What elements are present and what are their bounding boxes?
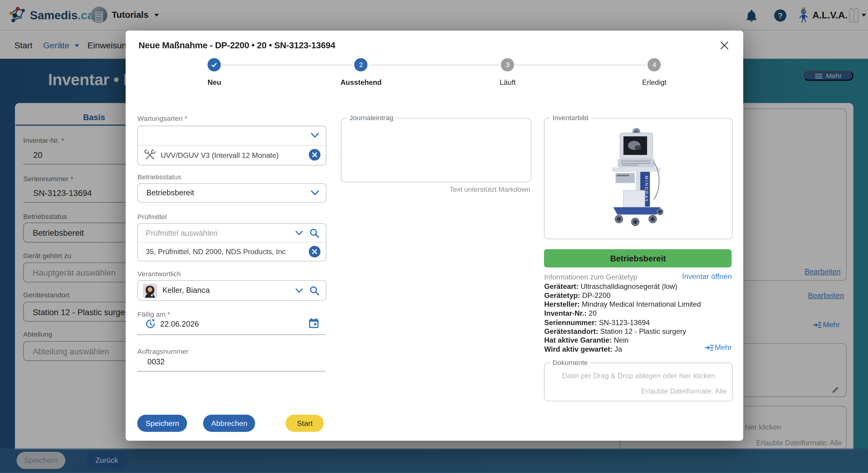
step-3-circle[interactable]: 3 bbox=[501, 58, 515, 71]
step-number: 4 bbox=[652, 61, 656, 69]
chevron-down-icon[interactable] bbox=[311, 133, 319, 138]
betriebsstatus-value: Betriebsbereit bbox=[146, 188, 194, 197]
update-clock-icon bbox=[146, 319, 156, 329]
journal-label: Journaleintrag bbox=[347, 114, 396, 122]
calendar-icon[interactable] bbox=[309, 318, 319, 328]
ultrasound-device-image: MINDRAY bbox=[604, 127, 672, 230]
inventarbild-label: Inventarbild bbox=[550, 114, 590, 122]
verantwortlich-value: Keller, Bianca bbox=[162, 286, 210, 294]
betriebsstatus-select[interactable]: Betriebsbereit bbox=[137, 183, 327, 203]
start-label: Start bbox=[297, 419, 313, 428]
info-header: Informationen zum Gerätetyp bbox=[544, 273, 638, 281]
step-number: 3 bbox=[506, 61, 509, 69]
inventarbild-panel: Inventarbild MINDRAY bbox=[544, 118, 733, 239]
verantwortlich-combo[interactable]: Keller, Bianca bbox=[137, 280, 327, 301]
wartungsart-chip[interactable]: UVV/DGUV V3 (Intervall 12 Monate) bbox=[138, 145, 326, 165]
step-2-circle[interactable]: 2 bbox=[354, 58, 368, 71]
pruefmittel-combo[interactable]: Prüfmittel auswählen 35, Prüfmittel, ND … bbox=[137, 223, 327, 261]
status-banner-label: Betriebsbereit bbox=[610, 254, 666, 263]
save-button[interactable]: Speichern bbox=[137, 415, 187, 432]
info-mehr-link[interactable]: Mehr bbox=[704, 343, 732, 352]
save-label: Speichern bbox=[146, 419, 179, 428]
markdown-hint: Text unterstützt Markdown bbox=[341, 185, 530, 193]
cancel-label: Abbrechen bbox=[211, 419, 247, 428]
auftragsnummer-label: Auftragsnummer bbox=[137, 348, 189, 356]
dialog-title: Neue Maßnahme - DP-2200 • 20 • SN-3123-1… bbox=[138, 40, 335, 51]
journal-textarea[interactable]: Journaleintrag bbox=[341, 118, 532, 182]
status-banner[interactable]: Betriebsbereit bbox=[544, 249, 732, 267]
info-line-geraeteart: GeräteartUltraschalldiagnosegerät (low) bbox=[544, 282, 677, 291]
betriebsstatus-label: Betriebsstatus bbox=[137, 173, 181, 181]
pruefmittel-label: Prüfmittel bbox=[137, 213, 167, 221]
massnahme-dialog: Neue Maßnahme - DP-2200 • 20 • SN-3123-1… bbox=[126, 30, 743, 441]
underline bbox=[137, 334, 326, 335]
dokumente-formats: Erlaubte Dateiformate: Alle bbox=[641, 387, 727, 395]
underline bbox=[137, 371, 326, 372]
dokumente-hint: Datei per Drag & Drop ablegen oder hier … bbox=[545, 372, 733, 380]
pruefmittel-placeholder: Prüfmittel auswählen bbox=[146, 229, 218, 238]
info-line-hersteller: HerstellerMindray Medical International … bbox=[544, 300, 701, 308]
close-icon[interactable] bbox=[720, 41, 729, 50]
cancel-button[interactable]: Abbrechen bbox=[203, 415, 255, 432]
pruefmittel-chip-label: 35, Prüfmittel, ND 2000, NDS Products, I… bbox=[146, 247, 286, 256]
check-icon bbox=[211, 61, 218, 69]
step-number: 2 bbox=[359, 61, 363, 69]
step-4-circle[interactable]: 4 bbox=[648, 58, 661, 71]
inventar-oeffnen-link[interactable]: Inventar öffnen bbox=[682, 272, 732, 281]
info-mehr-label: Mehr bbox=[715, 343, 732, 352]
info-line-standort: GerätestandortStation 12 - Plastic surge… bbox=[544, 327, 686, 335]
auftragsnummer-value[interactable]: 0032 bbox=[148, 357, 165, 366]
dokumente-label: Dokumente bbox=[550, 359, 590, 367]
chevron-down-icon bbox=[311, 190, 319, 196]
x-icon bbox=[312, 249, 318, 255]
info-line-gewartet: Wird aktiv gewartetJa bbox=[544, 345, 622, 353]
verantwortlich-label: Verantwortlich bbox=[137, 270, 181, 278]
faellig-am-value[interactable]: 22.06.2026 bbox=[160, 319, 199, 328]
wartungsart-chip-label: UVV/DGUV V3 (Intervall 12 Monate) bbox=[161, 151, 279, 159]
start-button[interactable]: Start bbox=[286, 415, 324, 432]
step-1-circle[interactable] bbox=[208, 58, 221, 71]
step-3-label: Läuft bbox=[474, 78, 541, 87]
responsible-avatar bbox=[143, 283, 157, 298]
dokumente-dropzone[interactable]: Dokumente Datei per Drag & Drop ablegen … bbox=[544, 362, 733, 401]
menu-open-icon bbox=[704, 344, 714, 351]
info-line-geraetetyp: GerätetypDP-2200 bbox=[544, 291, 611, 300]
inventar-oeffnen-label: Inventar öffnen bbox=[682, 272, 732, 281]
wartungsarten-multiselect[interactable]: UVV/DGUV V3 (Intervall 12 Monate) bbox=[137, 125, 327, 166]
tools-icon bbox=[144, 149, 157, 162]
stepper-connector bbox=[222, 65, 353, 65]
info-line-inventarnr: Inventar-Nr.20 bbox=[544, 309, 597, 318]
chevron-down-icon[interactable] bbox=[296, 289, 303, 293]
search-icon[interactable] bbox=[310, 286, 319, 296]
chevron-down-icon[interactable] bbox=[296, 231, 303, 235]
stepper-connector bbox=[515, 65, 647, 65]
step-1-label: Neu bbox=[181, 78, 248, 87]
info-line-garantie: Hat aktive GarantieNein bbox=[544, 336, 629, 344]
info-line-seriennummer: SeriennummerSN-3123-13694 bbox=[544, 318, 650, 327]
x-icon bbox=[312, 152, 318, 158]
wartungsarten-label: Wartungsarten * bbox=[137, 115, 187, 123]
search-icon[interactable] bbox=[310, 228, 319, 238]
pruefmittel-chip[interactable]: 35, Prüfmittel, ND 2000, NDS Products, I… bbox=[138, 242, 326, 261]
step-2-label: Ausstehend bbox=[328, 78, 394, 87]
faellig-am-label: Fällig am * bbox=[137, 311, 170, 319]
step-4-label: Erledigt bbox=[621, 78, 688, 87]
stepper-connector bbox=[369, 65, 500, 65]
